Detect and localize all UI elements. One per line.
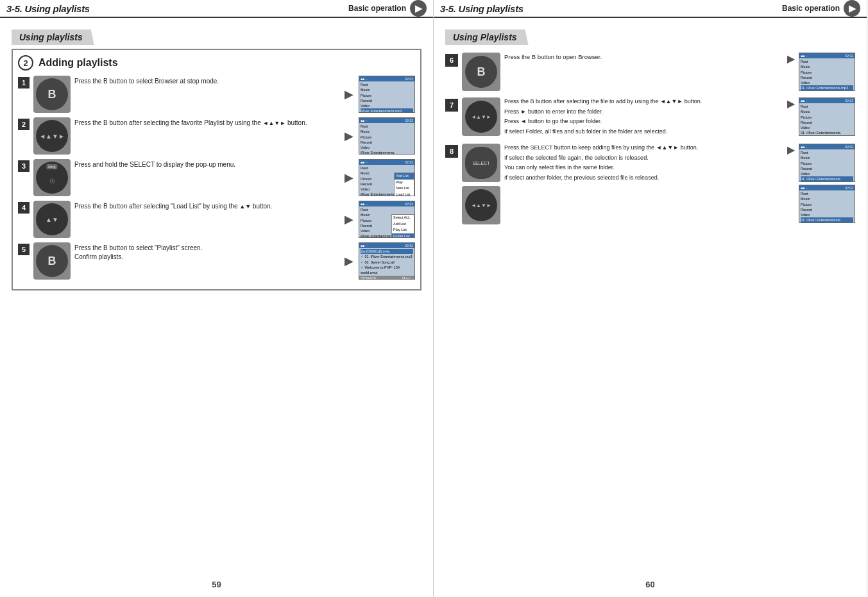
nav-button-img-4: ▲▼ xyxy=(36,203,68,235)
step-2-arrow: ▶ xyxy=(345,117,353,155)
step-8-text: Press the SELECT button to keep adding f… xyxy=(504,144,783,183)
step-2-img: ◄▲▼► xyxy=(33,117,71,155)
step-3-text: Press and hold the SELECT to display the… xyxy=(74,159,339,196)
step-4-screen: ■■ ···02:02 Root Music Picture Record Vi… xyxy=(359,201,415,238)
b-button-img: B xyxy=(36,78,68,110)
step-8-img-nav: ◄▲▼► xyxy=(462,186,500,224)
step-4-text: Press the B button after selecting "Load… xyxy=(74,201,339,238)
step-5-num: 5 xyxy=(18,244,30,255)
step-5-row: 5 B Press the B button to select "Playli… xyxy=(18,242,415,280)
step-3-screen: ■■ ···02:02 Root Music Picture Record Vi… xyxy=(359,159,415,196)
right-header-right: Basic operation ▶ xyxy=(782,0,860,17)
step-6-arrow: ▶ xyxy=(787,53,795,65)
adding-playlists-box: 2 Adding playlists 1 B Press the B butto… xyxy=(12,49,421,290)
step-1-arrow: ▶ xyxy=(345,76,353,113)
step-1-row: 1 B Press the B button to select Browser… xyxy=(18,76,415,113)
step-5-text: Press the B button to select "Playlist" … xyxy=(74,242,339,280)
step-7-screen: ■■ ···02:02 Root Music Picture Record Vi… xyxy=(799,97,855,136)
right-header: 3-5. Using playlists Basic operation ▶ xyxy=(434,0,867,18)
step-8-imgs: SELECT ◄▲▼► xyxy=(462,144,500,224)
step-6-num: 6 xyxy=(445,54,458,67)
step-2-num: 2 xyxy=(18,119,30,130)
step-1-num: 1 xyxy=(18,77,30,88)
nav-button-img-2: ◄▲▼► xyxy=(36,120,68,152)
step-3-row: 3 long ☉ Press and hold the SELECT to di… xyxy=(18,159,415,196)
left-section-banner: Using playlists xyxy=(12,29,94,45)
step-7-text: Press the B button after selecting the f… xyxy=(504,97,783,137)
nav-button-7: ◄▲▼► xyxy=(465,101,497,133)
step-4-num: 4 xyxy=(18,202,30,214)
left-arrow-circle: ▶ xyxy=(410,0,427,17)
step-7-img: ◄▲▼► xyxy=(462,97,500,136)
step-8-num: 8 xyxy=(445,145,458,158)
step-4-img: ▲▼ xyxy=(33,201,71,238)
step-3-num: 3 xyxy=(18,160,30,172)
right-page: 3-5. Using playlists Basic operation ▶ U… xyxy=(434,0,867,597)
nav-button-8: ◄▲▼► xyxy=(465,189,497,221)
right-page-num: 60 xyxy=(645,580,654,589)
right-content: 6 B Press the B button to open Browser. … xyxy=(445,53,855,224)
left-page-num: 59 xyxy=(212,580,221,589)
step-4-arrow: ▶ xyxy=(345,201,353,238)
right-page-title: 3-5. Using playlists xyxy=(440,3,523,14)
step-8-arrow: ▶ xyxy=(787,144,795,156)
step-6-row: 6 B Press the B button to open Browser. … xyxy=(445,53,855,91)
step-1-screen: ■■ ···02:02 Root Music Picture Record Vi… xyxy=(359,76,415,113)
b-button-img-5: B xyxy=(36,245,68,277)
step-8-screen-1: ■■ ···02:02 Root Music Picture Record Vi… xyxy=(799,144,855,182)
left-basic-op: Basic operation xyxy=(348,4,406,13)
step-1-img: B xyxy=(33,76,71,113)
step-8-screens: ■■ ···02:02 Root Music Picture Record Vi… xyxy=(799,144,855,223)
step-2-row: 2 ◄▲▼► Press the B button after selectin… xyxy=(18,117,415,155)
step-7-row: 7 ◄▲▼► Press the B button after selectin… xyxy=(445,97,855,137)
right-section-banner: Using Playlists xyxy=(445,29,529,45)
step-7-arrow: ▶ xyxy=(787,97,795,110)
b-button-6: B xyxy=(465,56,497,88)
step-5-arrow: ▶ xyxy=(345,242,353,280)
right-basic-op: Basic operation xyxy=(782,4,840,13)
step-3-arrow: ▶ xyxy=(345,159,353,196)
left-page: 3-5. Using playlists Basic operation ▶ U… xyxy=(0,0,434,597)
step-5-screen: ■■ ···02:02 Jan030001d5.m4u 01. iRiver E… xyxy=(359,242,415,280)
step-2-screen: ■■ ···02:02 Root Music Picture Record Vi… xyxy=(359,117,415,155)
right-arrow-circle: ▶ xyxy=(844,0,860,17)
long-press-img: long ☉ xyxy=(36,162,68,194)
adding-playlists-title: 2 Adding playlists xyxy=(18,55,415,71)
left-header: 3-5. Using playlists Basic operation ▶ xyxy=(0,0,433,18)
left-page-title: 3-5. Using playlists xyxy=(6,3,90,14)
step-circle-2: 2 xyxy=(18,55,33,71)
step-8-row: 8 SELECT ◄▲▼► Press the SELECT button to… xyxy=(445,144,855,224)
step-3-img: long ☉ xyxy=(33,159,71,196)
step-6-screen: ■■ ···02:02 Root Music Picture Record Vi… xyxy=(799,53,855,91)
step-5-img: B xyxy=(33,242,71,280)
step-8-img-select: SELECT xyxy=(462,144,500,182)
step-1-text: Press the B button to select Browser at … xyxy=(74,76,339,113)
step-2-text: Press the B button after selecting the f… xyxy=(74,117,339,155)
step-6-img: B xyxy=(462,53,500,91)
step-6-text: Press the B button to open Browser. xyxy=(504,53,783,63)
step-8-screen-2: ■■ ···02:02 Root Music Picture Record Vi… xyxy=(799,185,855,223)
step-7-num: 7 xyxy=(445,99,458,112)
left-header-right: Basic operation ▶ xyxy=(348,0,427,17)
select-button-8: SELECT xyxy=(465,147,497,179)
step-4-row: 4 ▲▼ Press the B button after selecting … xyxy=(18,201,415,238)
